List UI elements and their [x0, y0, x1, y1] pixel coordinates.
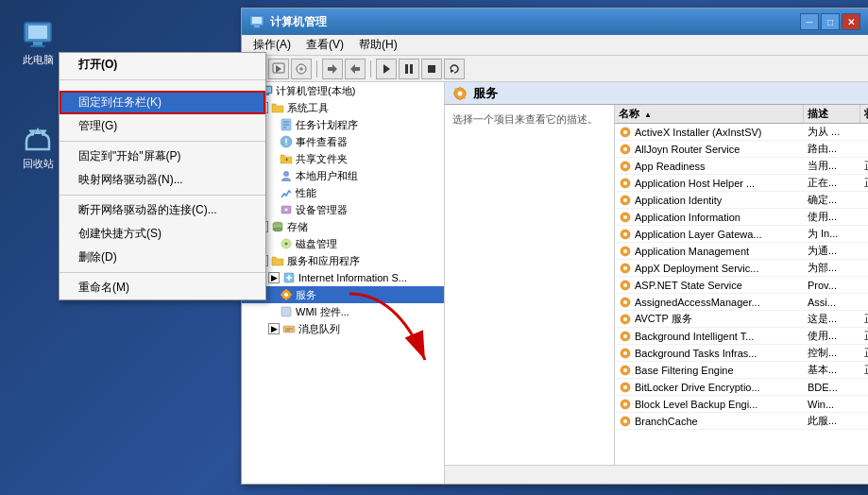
tree-disk-mgmt[interactable]: 磁盘管理: [242, 235, 444, 252]
desktop-icon-computer[interactable]: 此电脑: [9, 19, 66, 67]
window-title: 计算机管理: [270, 14, 327, 30]
svg-point-38: [459, 86, 461, 88]
menubar: 操作(A) 查看(V) 帮助(H): [242, 35, 868, 56]
ctx-pin-start[interactable]: 管理(G): [60, 114, 265, 138]
svc-icon: [619, 347, 632, 360]
toolbar-btn-2[interactable]: [268, 59, 289, 79]
services-panel-header: 服务: [445, 82, 868, 105]
svc-icon: [619, 279, 632, 292]
table-row[interactable]: ASP.NET State Service Prov...: [615, 277, 868, 294]
svg-point-43: [463, 96, 465, 98]
ctx-delete[interactable]: 创建快捷方式(S): [60, 222, 265, 246]
toolbar-btn-pause[interactable]: [399, 59, 419, 79]
tree-shared-folders[interactable]: 共享文件夹: [242, 150, 444, 167]
tree-users-label: 本地用户和组: [296, 169, 358, 183]
svc-icon: [619, 211, 632, 224]
svc-icon: [619, 330, 632, 343]
svc-icon: [619, 143, 632, 156]
table-row[interactable]: Application Host Helper ... 正在... 正在...: [615, 175, 868, 192]
tree-root[interactable]: ▼ 计算机管理(本地): [242, 82, 444, 99]
tree-expand-mq[interactable]: ▶: [268, 323, 280, 334]
table-row[interactable]: Base Filtering Engine 基本... 正在...: [615, 362, 868, 379]
toolbar-btn-4[interactable]: [322, 59, 343, 79]
ctx-map-drive[interactable]: 固定到"开始"屏幕(P): [60, 145, 265, 168]
toolbar-separator-2: [370, 60, 371, 77]
toolbar-btn-stop[interactable]: [421, 59, 442, 79]
ctx-create-shortcut[interactable]: 断开网络驱动器的连接(C)...: [60, 198, 265, 222]
table-row[interactable]: Background Intelligent T... 使用... 正在...: [615, 328, 868, 345]
menu-help[interactable]: 帮助(H): [351, 35, 405, 55]
disk-icon: [280, 237, 293, 250]
tree-task-scheduler[interactable]: 任务计划程序: [242, 116, 444, 133]
desktop-icon-recycle[interactable]: 回收站: [9, 123, 66, 171]
tree-event-viewer[interactable]: 事件查看器: [242, 133, 444, 150]
table-row[interactable]: Background Tasks Infras... 控制... 正在...: [615, 345, 868, 362]
table-row[interactable]: Application Layer Gatewa... 为 In...: [615, 226, 868, 243]
svg-point-37: [458, 91, 463, 95]
ctx-sep-2: [60, 141, 265, 142]
svg-point-77: [623, 402, 627, 406]
col-header-name[interactable]: 名称 ▲: [615, 105, 804, 123]
ctx-manage[interactable]: 固定到任务栏(K): [60, 91, 265, 114]
svg-point-42: [454, 88, 456, 90]
toolbar-btn-restart[interactable]: [444, 59, 465, 79]
table-row[interactable]: Application Identity 确定...: [615, 192, 868, 209]
app-info-label: Application Information: [635, 212, 740, 223]
maximize-button[interactable]: □: [821, 13, 840, 30]
tree-expand-iis[interactable]: ▶: [268, 272, 280, 283]
svg-point-73: [623, 368, 627, 372]
ctx-pin-taskbar[interactable]: [60, 83, 265, 91]
table-row[interactable]: App Readiness 当用... 正在...: [615, 158, 868, 175]
toolbar-btn-5[interactable]: [345, 59, 366, 79]
svc-icon: [619, 126, 632, 139]
tree-performance[interactable]: 性能: [242, 184, 444, 201]
table-row[interactable]: AssignedAccessManager... Assi...: [615, 294, 868, 311]
services-icon: [280, 288, 293, 301]
content-area: ▼ 计算机管理(本地) ▼ 系统工具: [242, 82, 868, 484]
svg-rect-3: [30, 45, 45, 47]
col-header-desc[interactable]: 描述: [804, 105, 860, 123]
table-row[interactable]: AppX Deployment Servic... 为部...: [615, 260, 868, 277]
svc-icon: [619, 160, 632, 173]
table-row[interactable]: ActiveX Installer (AxInstSV) 为从 ...: [615, 124, 868, 141]
tree-system-tools[interactable]: ▼ 系统工具: [242, 99, 444, 116]
app-mgmt-label: Application Management: [635, 246, 749, 257]
tree-local-users[interactable]: 本地用户和组: [242, 167, 444, 184]
close-button[interactable]: ✕: [842, 13, 860, 30]
ctx-rename[interactable]: 删除(D): [60, 246, 265, 269]
svg-point-67: [623, 317, 627, 321]
service-rows: ActiveX Installer (AxInstSV) 为从 ... AllJ…: [615, 124, 868, 465]
ctx-disconnect-drive[interactable]: 映射网络驱动器(N)...: [60, 168, 265, 192]
tree-panel: ▼ 计算机管理(本地) ▼ 系统工具: [242, 82, 445, 484]
ctx-properties[interactable]: 重命名(M): [60, 276, 265, 299]
svg-rect-5: [252, 17, 262, 24]
ctx-open[interactable]: 打开(O): [60, 53, 265, 77]
tree-iis[interactable]: ▶ Internet Information S...: [242, 269, 444, 286]
toolbar-btn-play[interactable]: [376, 59, 397, 79]
table-row[interactable]: Application Information 使用...: [615, 209, 868, 226]
service-list-container: 名称 ▲ 描述 状态: [615, 105, 868, 465]
table-row[interactable]: AllJoyn Router Service 路由...: [615, 141, 868, 158]
tree-mq[interactable]: ▶ 消息队列: [242, 320, 444, 337]
svg-point-47: [623, 147, 627, 151]
table-row[interactable]: BitLocker Drive Encryptio... BDE...: [615, 379, 868, 396]
minimize-button[interactable]: ─: [800, 13, 819, 30]
col-header-status[interactable]: 状态: [860, 105, 868, 123]
toolbar-btn-3[interactable]: [291, 59, 312, 79]
table-row[interactable]: BranchCache 此服...: [615, 413, 868, 430]
svc-icon: [619, 381, 632, 394]
menu-view[interactable]: 查看(V): [298, 35, 351, 55]
tree-storage[interactable]: ▶ 存储: [242, 218, 444, 235]
tree-device-manager[interactable]: 设备管理器: [242, 201, 444, 218]
table-row[interactable]: Block Level Backup Engi... Win...: [615, 396, 868, 413]
svc-icon: [619, 364, 632, 377]
svg-point-39: [459, 97, 461, 99]
tree-services[interactable]: 服务: [242, 286, 444, 303]
svg-rect-13: [428, 65, 435, 73]
svc-icon: [619, 296, 632, 309]
window-title-icon: [249, 14, 264, 29]
tree-services-apps[interactable]: ▼ 服务和应用程序: [242, 252, 444, 269]
table-row[interactable]: Application Management 为通...: [615, 243, 868, 260]
table-row[interactable]: AVCTP 服务 这是... 正在...: [615, 311, 868, 328]
tree-wmi[interactable]: WMI 控件...: [242, 303, 444, 320]
